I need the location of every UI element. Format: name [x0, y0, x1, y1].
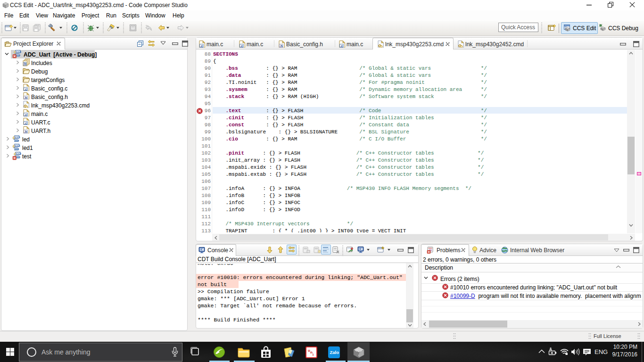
svg-text:CCS: CCS: [15, 136, 20, 139]
svg-text:.h: .h: [280, 44, 283, 48]
svg-text:.h: .h: [24, 130, 27, 133]
svg-text:.c: .c: [24, 87, 27, 91]
svg-text:CCS: CCS: [17, 50, 21, 53]
svg-text:.c: .c: [240, 44, 243, 48]
svg-text:i: i: [313, 353, 314, 357]
svg-text:.c: .c: [340, 44, 343, 48]
svg-text:.c: .c: [24, 113, 27, 116]
svg-text:.h: .h: [24, 96, 27, 99]
svg-text:CCS: CCS: [17, 152, 21, 155]
svg-text:CCS: CCS: [15, 144, 20, 147]
svg-text:.c: .c: [24, 121, 27, 125]
svg-text:h: h: [24, 62, 26, 66]
svg-text:Zalo: Zalo: [330, 350, 339, 355]
svg-text:.c: .c: [200, 44, 203, 48]
